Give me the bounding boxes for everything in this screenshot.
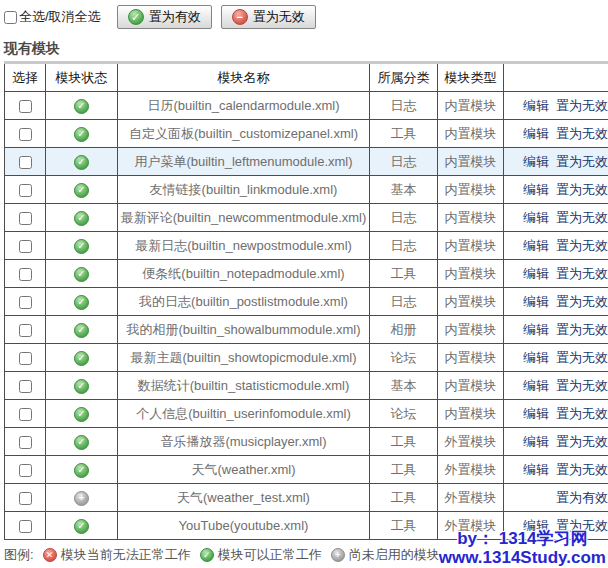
row-select-checkbox[interactable] xyxy=(19,324,32,337)
module-name: 用户菜单(builtin_leftmenumodule.xml) xyxy=(118,148,370,176)
module-type: 外置模块 xyxy=(438,512,504,540)
select-all-checkbox[interactable] xyxy=(4,11,17,24)
module-name: 便条纸(builtin_notepadmodule.xml) xyxy=(118,260,370,288)
set-invalid-link[interactable]: 置为无效 xyxy=(556,294,608,309)
table-row: 我的日志(builtin_postlistmodule.xml) 日志 内置模块… xyxy=(5,288,608,316)
row-select-checkbox[interactable] xyxy=(19,156,32,169)
module-category: 论坛 xyxy=(370,400,438,428)
edit-link[interactable]: 编辑 xyxy=(523,238,549,253)
edit-link[interactable]: 编辑 xyxy=(523,266,549,281)
module-category: 基本 xyxy=(370,176,438,204)
table-row: 音乐播放器(musicplayer.xml) 工具 外置模块 编辑置为无效 xyxy=(5,428,608,456)
row-select-checkbox[interactable] xyxy=(19,408,32,421)
row-select-checkbox[interactable] xyxy=(19,380,32,393)
module-type: 内置模块 xyxy=(438,176,504,204)
check-circle-icon xyxy=(200,548,214,562)
set-invalid-link[interactable]: 置为无效 xyxy=(556,518,608,533)
status-cell xyxy=(46,204,118,232)
table-row: 数据统计(builtin_statisticmodule.xml) 基本 内置模… xyxy=(5,372,608,400)
actions-cell: 置为有效 xyxy=(504,484,608,512)
set-valid-button[interactable]: 置为有效 xyxy=(117,5,212,29)
set-invalid-link[interactable]: 置为无效 xyxy=(556,378,608,393)
row-select-checkbox[interactable] xyxy=(19,240,32,253)
set-invalid-link[interactable]: 置为无效 xyxy=(556,406,608,421)
set-invalid-link[interactable]: 置为无效 xyxy=(556,126,608,141)
status-cell xyxy=(46,484,118,512)
set-invalid-link[interactable]: 置为无效 xyxy=(556,98,608,113)
table-header-row: 选择模块状态模块名称所属分类模块类型 xyxy=(5,63,608,92)
row-select-checkbox[interactable] xyxy=(19,492,32,505)
legend-label: 图例: xyxy=(4,546,34,564)
set-invalid-button-label: 置为无效 xyxy=(253,8,305,26)
edit-link[interactable]: 编辑 xyxy=(523,462,549,477)
legend-item: 模块可以正常工作 xyxy=(200,546,322,564)
edit-link[interactable]: 编辑 xyxy=(523,210,549,225)
legend-item-label: 模块当前无法正常工作 xyxy=(61,546,191,564)
set-valid-link[interactable]: 置为有效 xyxy=(556,490,608,505)
edit-link[interactable]: 编辑 xyxy=(523,434,549,449)
legend-item: 尚未启用的模块 xyxy=(331,546,440,564)
row-select-checkbox[interactable] xyxy=(19,128,32,141)
row-select-checkbox[interactable] xyxy=(19,296,32,309)
set-invalid-button[interactable]: 置为无效 xyxy=(221,5,316,29)
edit-link[interactable]: 编辑 xyxy=(523,518,549,533)
legend-item-label: 尚未启用的模块 xyxy=(349,546,440,564)
set-invalid-link[interactable]: 置为无效 xyxy=(556,434,608,449)
set-invalid-link[interactable]: 置为无效 xyxy=(556,266,608,281)
select-cell xyxy=(5,400,46,428)
set-invalid-link[interactable]: 置为无效 xyxy=(556,210,608,225)
check-circle-icon xyxy=(74,155,89,170)
edit-link[interactable]: 编辑 xyxy=(523,154,549,169)
edit-link[interactable]: 编辑 xyxy=(523,182,549,197)
row-select-checkbox[interactable] xyxy=(19,464,32,477)
check-circle-icon xyxy=(74,99,89,114)
check-circle-icon xyxy=(74,351,89,366)
column-header: 所属分类 xyxy=(370,63,438,92)
set-invalid-link[interactable]: 置为无效 xyxy=(556,182,608,197)
row-select-checkbox[interactable] xyxy=(19,212,32,225)
row-select-checkbox[interactable] xyxy=(19,520,32,533)
module-type: 内置模块 xyxy=(438,288,504,316)
status-cell xyxy=(46,232,118,260)
edit-link[interactable]: 编辑 xyxy=(523,294,549,309)
row-select-checkbox[interactable] xyxy=(19,184,32,197)
row-select-checkbox[interactable] xyxy=(19,268,32,281)
row-select-checkbox[interactable] xyxy=(19,100,32,113)
actions-cell: 编辑置为无效 xyxy=(504,428,608,456)
module-table-body: 日历(builtin_calendarmodule.xml) 日志 内置模块 编… xyxy=(5,92,608,540)
select-cell xyxy=(5,288,46,316)
set-invalid-link[interactable]: 置为无效 xyxy=(556,322,608,337)
status-cell xyxy=(46,288,118,316)
module-name: 最新主题(builtin_showtopicmodule.xml) xyxy=(118,344,370,372)
select-cell xyxy=(5,512,46,540)
module-name: 数据统计(builtin_statisticmodule.xml) xyxy=(118,372,370,400)
set-invalid-link[interactable]: 置为无效 xyxy=(556,154,608,169)
status-cell xyxy=(46,428,118,456)
edit-link[interactable]: 编辑 xyxy=(523,98,549,113)
minus-circle-icon xyxy=(232,9,248,25)
module-name: 天气(weather_test.xml) xyxy=(118,484,370,512)
actions-cell: 编辑置为无效 xyxy=(504,260,608,288)
status-cell xyxy=(46,372,118,400)
module-type: 内置模块 xyxy=(438,232,504,260)
edit-link[interactable]: 编辑 xyxy=(523,350,549,365)
edit-link[interactable]: 编辑 xyxy=(523,378,549,393)
edit-link[interactable]: 编辑 xyxy=(523,126,549,141)
row-select-checkbox[interactable] xyxy=(19,352,32,365)
edit-link[interactable]: 编辑 xyxy=(523,322,549,337)
status-cell xyxy=(46,456,118,484)
set-invalid-link[interactable]: 置为无效 xyxy=(556,350,608,365)
module-category: 相册 xyxy=(370,316,438,344)
module-category: 工具 xyxy=(370,428,438,456)
check-circle-icon xyxy=(74,211,89,226)
table-row: 日历(builtin_calendarmodule.xml) 日志 内置模块 编… xyxy=(5,92,608,120)
actions-cell: 编辑置为无效 xyxy=(504,120,608,148)
edit-link[interactable]: 编辑 xyxy=(523,406,549,421)
row-select-checkbox[interactable] xyxy=(19,436,32,449)
module-name: 个人信息(builtin_userinfomodule.xml) xyxy=(118,400,370,428)
set-invalid-link[interactable]: 置为无效 xyxy=(556,462,608,477)
check-circle-icon xyxy=(74,323,89,338)
set-invalid-link[interactable]: 置为无效 xyxy=(556,238,608,253)
table-row: 天气(weather.xml) 工具 外置模块 编辑置为无效 xyxy=(5,456,608,484)
select-all-control[interactable]: 全选/取消全选 xyxy=(4,8,101,26)
